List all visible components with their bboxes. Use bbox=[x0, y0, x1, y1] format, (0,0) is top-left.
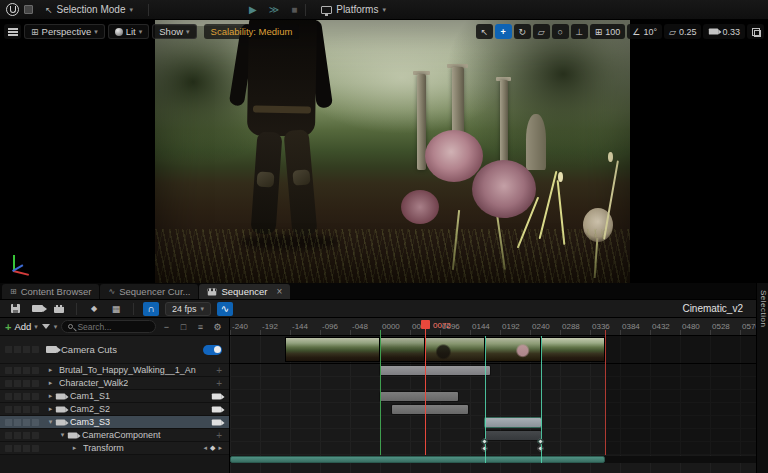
settings-button[interactable]: ⚙ bbox=[211, 320, 224, 333]
world-space-toggle[interactable]: ○ bbox=[552, 24, 569, 39]
show-dropdown[interactable]: Show ▾ bbox=[152, 24, 196, 39]
track-label: Transform bbox=[83, 443, 124, 453]
surface-snap-button[interactable]: ⊥ bbox=[571, 24, 588, 39]
track-row-camera-component[interactable]: ▾ CameraComponent + bbox=[0, 429, 229, 442]
range-slider[interactable] bbox=[230, 456, 605, 463]
playhead-handle[interactable] bbox=[421, 320, 430, 329]
create-camera-button[interactable] bbox=[51, 302, 67, 316]
rotate-tool-button[interactable]: ↻ bbox=[514, 24, 531, 39]
track-row-anim-brutal[interactable]: ▸ Brutal_To_Happy_Walking__1_An + bbox=[0, 364, 229, 377]
level-viewport[interactable]: ⊞ Perspective ▾ Lit ▾ Show ▾ Scalability… bbox=[0, 20, 768, 283]
frame-skip-button[interactable]: ≫ bbox=[269, 4, 279, 15]
track-row-anim-walk[interactable]: ▸ Character_Walk2 + bbox=[0, 377, 229, 390]
search-input[interactable] bbox=[77, 322, 149, 332]
track-row-cam1[interactable]: ▸ Cam1_S1 bbox=[0, 390, 229, 403]
move-tool-button[interactable]: + bbox=[495, 24, 512, 39]
chevron-down-icon: ▾ bbox=[139, 28, 143, 36]
sequencer-body: + Add ▾ ▾ − □ ≡ ⚙ Camera Cuts bbox=[0, 318, 756, 473]
save-button[interactable] bbox=[7, 302, 23, 316]
playback-end-marker[interactable] bbox=[605, 330, 606, 455]
platforms-dropdown[interactable]: Platforms ▾ bbox=[314, 2, 393, 17]
lit-dropdown[interactable]: Lit ▾ bbox=[108, 24, 150, 39]
playhead-line[interactable] bbox=[425, 329, 426, 455]
camera-cut-thumbnail[interactable] bbox=[541, 337, 605, 362]
component-section[interactable] bbox=[485, 431, 541, 440]
track-filters-button[interactable]: ▦ bbox=[108, 302, 124, 316]
track-row-cam2[interactable]: ▸ Cam2_S2 bbox=[0, 403, 229, 416]
rotate-icon: ↻ bbox=[518, 27, 526, 37]
plus-icon[interactable]: + bbox=[216, 365, 222, 376]
scalability-warning[interactable]: Scalability: Medium bbox=[204, 24, 300, 39]
camera-cut-thumbnail[interactable] bbox=[425, 337, 485, 362]
stop-button[interactable]: ■ bbox=[291, 4, 297, 15]
chevron-right-icon[interactable]: ▸ bbox=[46, 405, 55, 413]
unreal-logo-icon[interactable] bbox=[6, 3, 19, 16]
rotation-snap-button[interactable]: ∠ 10° bbox=[627, 24, 662, 39]
save-icon bbox=[11, 304, 20, 313]
maximize-viewport-button[interactable] bbox=[747, 24, 764, 39]
filter-icon[interactable] bbox=[42, 324, 50, 333]
playback-start-marker[interactable] bbox=[380, 330, 381, 455]
chevron-right-icon[interactable]: ▸ bbox=[46, 379, 55, 387]
viewport-scene[interactable] bbox=[155, 20, 630, 283]
track-row-transform[interactable]: ▸ Transform ◂ ◆ ▸ bbox=[0, 442, 229, 455]
scale-snap-value: 0.25 bbox=[679, 27, 697, 37]
chevron-down-icon: ▾ bbox=[94, 28, 98, 36]
tab-content-browser[interactable]: ⊞ Content Browser bbox=[2, 284, 99, 299]
animation-section[interactable] bbox=[380, 366, 490, 375]
grid-snap-button[interactable]: ⊞ 100 bbox=[590, 24, 626, 39]
add-label: Add bbox=[14, 321, 31, 332]
camera-section[interactable] bbox=[392, 405, 468, 414]
camera-section[interactable] bbox=[380, 392, 458, 401]
timeline-ruler[interactable]: -240 -192 -144 -096 -048 0000 0048 0096 … bbox=[230, 318, 756, 336]
camera-section-selected[interactable] bbox=[485, 418, 541, 427]
pilot-camera-icon[interactable] bbox=[212, 393, 221, 399]
search-box[interactable] bbox=[61, 320, 156, 333]
curve-editor-button[interactable]: ∿ bbox=[217, 302, 233, 316]
next-key-icon[interactable]: ▸ bbox=[218, 444, 222, 452]
out-of-range-shade bbox=[605, 336, 756, 455]
fps-dropdown[interactable]: 24 fps ▾ bbox=[165, 302, 211, 316]
play-button[interactable]: ▶ bbox=[249, 4, 257, 15]
track-state-icons bbox=[5, 346, 39, 353]
chevron-right-icon[interactable]: ▸ bbox=[46, 392, 55, 400]
track-row-camera-cuts[interactable]: Camera Cuts bbox=[0, 336, 229, 364]
chevron-down-icon[interactable]: ▾ bbox=[58, 431, 67, 439]
select-tool-button[interactable]: ↖ bbox=[476, 24, 493, 39]
scale-snap-button[interactable]: ▱ 0.25 bbox=[664, 24, 701, 39]
chevron-down-icon[interactable]: ▾ bbox=[46, 418, 55, 426]
view-options-button[interactable]: ≡ bbox=[194, 320, 207, 333]
close-icon[interactable]: × bbox=[276, 286, 282, 297]
camera-cut-thumbnail[interactable] bbox=[485, 337, 541, 362]
right-dock-tab-selection[interactable]: Selection bbox=[756, 283, 768, 473]
camera-speed-button[interactable]: 0.33 bbox=[703, 24, 745, 39]
track-row-cam3[interactable]: ▾ Cam3_S3 bbox=[0, 416, 229, 429]
chevron-right-icon[interactable]: ▸ bbox=[70, 444, 79, 452]
tab-sequencer[interactable]: Sequencer × bbox=[199, 284, 290, 299]
pilot-camera-icon[interactable] bbox=[212, 406, 221, 412]
camera-cuts-lock-toggle[interactable] bbox=[203, 345, 222, 355]
viewport-options-icon[interactable] bbox=[4, 24, 21, 39]
collapse-tracks-button[interactable]: − bbox=[160, 320, 173, 333]
render-movie-button[interactable] bbox=[29, 302, 45, 316]
pilot-camera-icon[interactable] bbox=[212, 419, 221, 425]
previous-key-icon[interactable]: ◂ bbox=[204, 444, 208, 452]
perspective-dropdown[interactable]: ⊞ Perspective ▾ bbox=[24, 24, 105, 39]
tab-sequencer-curves[interactable]: ∿ Sequencer Cur... bbox=[100, 284, 198, 299]
chevron-right-icon[interactable]: ▸ bbox=[46, 366, 55, 374]
plus-icon[interactable]: + bbox=[216, 378, 222, 389]
camera-cut-thumbnail[interactable] bbox=[285, 337, 380, 362]
keyframe-options-button[interactable]: ◆ bbox=[86, 302, 102, 316]
add-track-button[interactable]: + Add ▾ bbox=[5, 321, 38, 333]
frame-tracks-button[interactable]: □ bbox=[177, 320, 190, 333]
snap-toggle-button[interactable]: ∩ bbox=[143, 302, 159, 316]
editor-modes-icon[interactable] bbox=[24, 5, 33, 14]
plus-icon[interactable]: + bbox=[216, 430, 222, 441]
camera-cut-thumbnail[interactable] bbox=[380, 337, 425, 362]
selection-mode-dropdown[interactable]: ↖ Selection Mode ▾ bbox=[38, 2, 140, 17]
chevron-down-icon: ▾ bbox=[201, 305, 205, 313]
add-key-icon[interactable]: ◆ bbox=[210, 444, 215, 452]
track-state-icons bbox=[5, 393, 39, 400]
scale-tool-button[interactable]: ▱ bbox=[533, 24, 550, 39]
chevron-down-icon: ▾ bbox=[129, 6, 133, 14]
